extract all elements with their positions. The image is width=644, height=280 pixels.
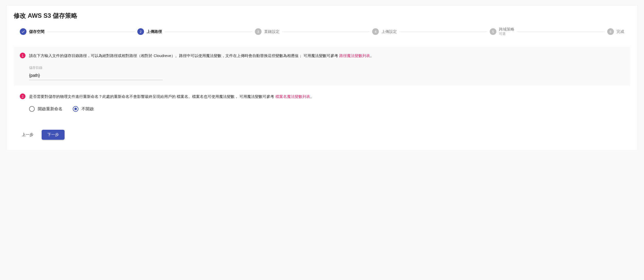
- page-title: 修改 AWS S3 儲存策略: [14, 12, 630, 20]
- radio-label: 開啟重新命名: [38, 106, 62, 112]
- next-button[interactable]: 下一步: [42, 130, 65, 140]
- step-connector: [517, 32, 605, 32]
- filename-magic-vars-link[interactable]: 檔案名魔法變數列表: [275, 94, 310, 99]
- step-label: 儲存空間: [29, 29, 44, 34]
- storage-dir-input[interactable]: [29, 72, 163, 80]
- step-storage[interactable]: 儲存空間: [20, 28, 44, 35]
- rename-description: 是否需要對儲存的物理文件進行重新命名？此處的重新命名不會影響最終呈現給用戶的 檔…: [29, 93, 314, 100]
- check-icon: [20, 28, 26, 35]
- step-connector: [399, 32, 487, 32]
- step-number-icon: 4: [372, 28, 379, 35]
- policy-edit-card: 修改 AWS S3 儲存策略 儲存空間 2 上傳路徑 3 直鏈設定 4 上傳設定…: [6, 5, 638, 150]
- desc-text: 。: [310, 94, 314, 99]
- desc-text: 是否需要對儲存的物理文件進行重新命名？此處的重新命名不會影響最終呈現給用戶的 檔…: [29, 94, 275, 99]
- step-label: 直鏈設定: [264, 29, 280, 34]
- radio-enable-rename[interactable]: 開啟重新命名: [29, 106, 62, 112]
- step-label: 完成: [616, 29, 624, 34]
- step-number-icon: 3: [255, 28, 262, 35]
- step-number-icon: 6: [607, 28, 614, 35]
- radio-icon: [29, 106, 35, 112]
- desc-text: 請在下方輸入文件的儲存目錄路徑，可以為絕對路徑或相對路徑（相對於 Cloudre…: [29, 53, 339, 58]
- storage-path-section: 1 請在下方輸入文件的儲存目錄路徑，可以為絕對路徑或相對路徑（相對於 Cloud…: [14, 46, 630, 86]
- step-number-icon: 2: [137, 28, 144, 35]
- rename-section: 2 是否需要對儲存的物理文件進行重新命名？此處的重新命名不會影響最終呈現給用戶的…: [14, 93, 630, 112]
- step-number-icon: 5: [490, 28, 496, 35]
- step-upload-settings[interactable]: 4 上傳設定: [372, 28, 397, 35]
- step-upload-path[interactable]: 2 上傳路徑: [137, 28, 162, 35]
- storage-path-description: 請在下方輸入文件的儲存目錄路徑，可以為絕對路徑或相對路徑（相對於 Cloudre…: [29, 52, 374, 80]
- wizard-buttons: 上一步 下一步: [14, 130, 630, 140]
- rename-radio-group: 開啟重新命名 不開啟: [20, 106, 624, 112]
- step-connector: [282, 32, 370, 32]
- radio-label: 不開啟: [82, 106, 94, 112]
- step-label: 上傳路徑: [147, 29, 162, 34]
- stepper: 儲存空間 2 上傳路徑 3 直鏈設定 4 上傳設定 5 跨域策略 可選 6: [14, 27, 630, 46]
- step-connector: [165, 32, 252, 32]
- back-button[interactable]: 上一步: [20, 130, 35, 140]
- radio-icon: [73, 106, 78, 112]
- path-magic-vars-link[interactable]: 路徑魔法變數列表: [339, 53, 370, 58]
- storage-dir-label: 儲存目錄: [29, 65, 374, 71]
- item-badge: 1: [20, 53, 25, 58]
- step-sublabel: 可選: [499, 32, 514, 36]
- radio-disable-rename[interactable]: 不開啟: [73, 106, 94, 112]
- item-badge: 2: [20, 94, 25, 99]
- step-label: 上傳設定: [381, 29, 397, 34]
- step-cors[interactable]: 5 跨域策略 可選: [490, 27, 514, 36]
- desc-text: 。: [370, 53, 374, 58]
- step-finish[interactable]: 6 完成: [607, 28, 624, 35]
- step-connector: [47, 32, 135, 32]
- step-direct-link[interactable]: 3 直鏈設定: [255, 28, 280, 35]
- step-label: 跨域策略: [499, 27, 514, 32]
